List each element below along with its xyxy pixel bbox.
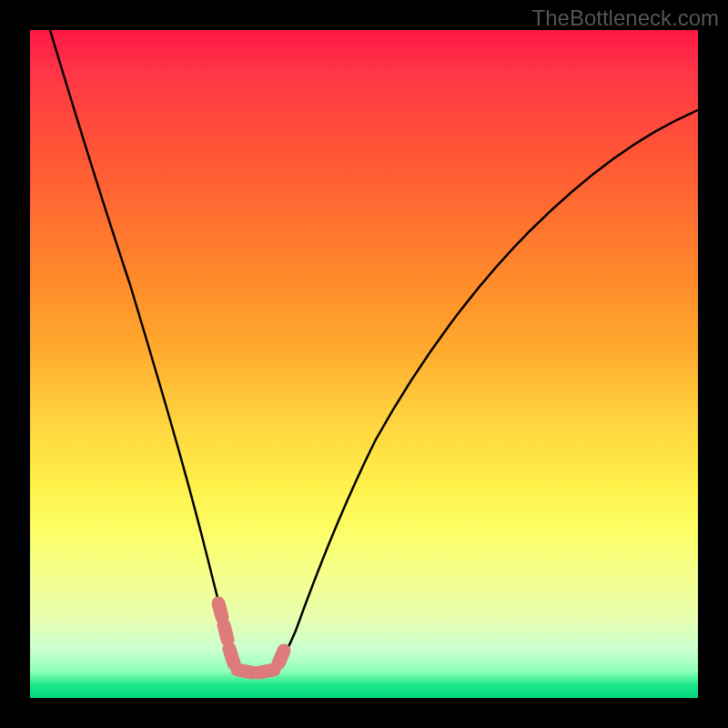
svg-line-5 [278,651,284,663]
highlight-segment [218,603,284,672]
watermark-text: TheBottleneck.com [532,5,719,31]
svg-line-0 [218,603,222,617]
curve-svg [30,30,698,698]
svg-line-1 [224,625,228,640]
svg-line-3 [238,670,252,672]
bottleneck-curve [50,30,698,674]
plot-area [30,30,698,698]
svg-line-4 [259,670,274,672]
svg-line-2 [229,649,234,663]
